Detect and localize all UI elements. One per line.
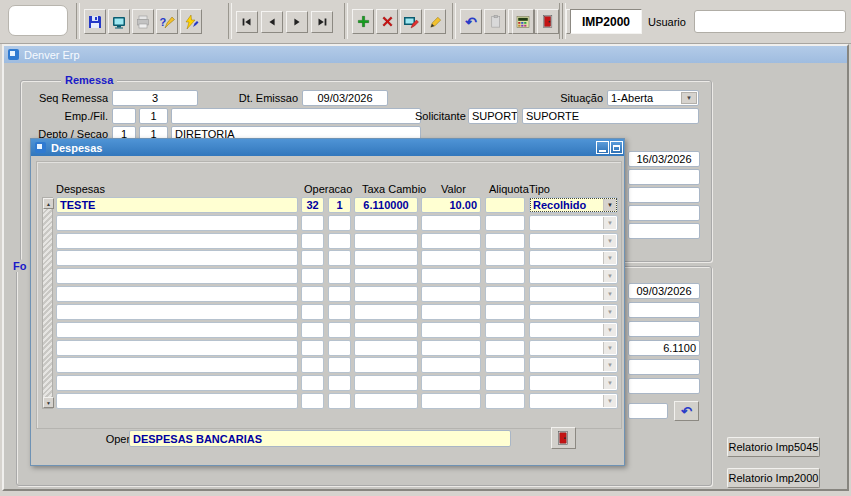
tipo-dropdown[interactable]: Recolhido ▼ (529, 197, 618, 213)
aliquota-cell[interactable] (485, 340, 525, 356)
taxa-cambio-cell[interactable] (354, 286, 418, 302)
despesas-cell[interactable]: TESTE (56, 197, 298, 213)
side-field[interactable]: 16/03/2026 (628, 151, 700, 167)
seq-remessa-field[interactable]: 3 (112, 90, 198, 106)
despesas-cell[interactable] (56, 322, 298, 338)
solicitante-code-field[interactable]: SUPORTE (468, 108, 518, 124)
operacao-code-cell[interactable] (301, 357, 324, 373)
side-field[interactable] (628, 169, 700, 185)
valor-cell[interactable] (421, 233, 481, 249)
side-field[interactable] (628, 205, 700, 221)
tipo-dropdown[interactable]: ▼ (529, 215, 618, 231)
aliquota-cell[interactable] (485, 357, 525, 373)
tipo-dropdown[interactable]: ▼ (529, 286, 618, 302)
tipo-dropdown[interactable]: ▼ (529, 340, 618, 356)
chevron-down-icon[interactable]: ▼ (603, 288, 616, 300)
operacao-sub-cell[interactable] (328, 375, 351, 391)
taxa-cambio-cell[interactable] (354, 215, 418, 231)
dialog-exit-button[interactable] (551, 427, 576, 449)
taxa-cambio-cell[interactable] (354, 268, 418, 284)
aliquota-cell[interactable] (485, 304, 525, 320)
grid-scrollbar[interactable]: ▲ ▼ (42, 197, 53, 409)
solicitante-name-field[interactable]: SUPORTE (522, 108, 699, 124)
taxa-cambio-cell[interactable] (354, 393, 418, 409)
aliquota-cell[interactable] (485, 286, 525, 302)
edit-help-button[interactable]: ? (156, 9, 178, 34)
tipo-dropdown[interactable]: ▼ (529, 233, 618, 249)
aliquota-cell[interactable] (485, 268, 525, 284)
edit-lightning-button[interactable] (180, 9, 202, 34)
taxa-cambio-cell[interactable] (354, 250, 418, 266)
taxa-cambio-cell[interactable] (354, 304, 418, 320)
window-titlebar[interactable]: Denver Erp (4, 46, 847, 63)
valor-cell[interactable] (421, 215, 481, 231)
operacao-code-cell[interactable] (301, 340, 324, 356)
valor-cell[interactable]: 10.00 (421, 197, 481, 213)
delete-record-button[interactable] (376, 9, 398, 34)
aliquota-cell[interactable] (485, 233, 525, 249)
undo-value-button[interactable]: ↶ (674, 401, 699, 421)
taxa-cambio-cell[interactable] (354, 357, 418, 373)
scroll-down-button[interactable]: ▼ (43, 397, 54, 408)
tipo-dropdown[interactable]: ▼ (529, 357, 618, 373)
nav-first-button[interactable] (236, 11, 258, 33)
operacao-sub-cell[interactable] (328, 215, 351, 231)
tipo-dropdown[interactable]: ▼ (529, 250, 618, 266)
despesas-cell[interactable] (56, 340, 298, 356)
operacao-sub-cell[interactable] (328, 250, 351, 266)
operacao-code-cell[interactable]: 32 (301, 197, 324, 213)
operacao-code-cell[interactable] (301, 322, 324, 338)
emp-field[interactable] (112, 108, 136, 124)
valor-cell[interactable] (421, 304, 481, 320)
nav-last-button[interactable] (311, 11, 333, 33)
chevron-down-icon[interactable]: ▼ (603, 324, 616, 336)
paste-button[interactable] (484, 9, 506, 34)
valor-cell[interactable] (421, 393, 481, 409)
valor-cell[interactable] (421, 268, 481, 284)
save-button[interactable] (84, 9, 106, 34)
aliquota-cell[interactable] (485, 393, 525, 409)
operacao-code-cell[interactable] (301, 375, 324, 391)
despesas-cell[interactable] (56, 357, 298, 373)
valor-cell[interactable] (421, 322, 481, 338)
valor-cell[interactable] (421, 357, 481, 373)
add-record-button[interactable] (352, 9, 374, 34)
scroll-up-button[interactable]: ▲ (43, 198, 54, 209)
despesas-cell[interactable] (56, 393, 298, 409)
taxa-cambio-cell[interactable] (354, 233, 418, 249)
tipo-dropdown[interactable]: ▼ (529, 375, 618, 391)
aliquota-cell[interactable] (485, 250, 525, 266)
minimize-button[interactable] (596, 141, 609, 154)
chevron-down-icon[interactable]: ▼ (603, 199, 616, 211)
valor-cell[interactable] (421, 286, 481, 302)
situacao-dropdown[interactable]: 1-Aberta ▼ (607, 90, 699, 106)
despesas-cell[interactable] (56, 286, 298, 302)
tipo-dropdown[interactable]: ▼ (529, 304, 618, 320)
operacao-code-cell[interactable] (301, 304, 324, 320)
undo-button[interactable]: ↶ (460, 9, 482, 34)
system-button[interactable] (512, 9, 534, 34)
exit-button[interactable] (537, 9, 559, 34)
taxa-cambio-cell[interactable]: 6.110000 (354, 197, 418, 213)
chevron-down-icon[interactable]: ▼ (603, 342, 616, 354)
chevron-down-icon[interactable]: ▼ (681, 92, 697, 104)
taxa-cambio-cell[interactable] (354, 375, 418, 391)
despesas-cell[interactable] (56, 375, 298, 391)
dt-emissao-field[interactable]: 09/03/2026 (302, 90, 388, 106)
lower-short-field[interactable] (628, 403, 668, 419)
chevron-down-icon[interactable]: ▼ (603, 359, 616, 371)
aliquota-cell[interactable] (485, 322, 525, 338)
side-field[interactable] (628, 302, 700, 318)
operacao-sub-cell[interactable]: 1 (328, 197, 351, 213)
despesas-cell[interactable] (56, 304, 298, 320)
relatorio-imp5045-button[interactable]: Relatorio Imp5045 (727, 437, 820, 457)
chevron-down-icon[interactable]: ▼ (603, 395, 616, 407)
chevron-down-icon[interactable]: ▼ (603, 306, 616, 318)
operacao-sub-cell[interactable] (328, 322, 351, 338)
taxa-cambio-cell[interactable] (354, 340, 418, 356)
side-field[interactable] (628, 378, 700, 394)
operacao-sub-cell[interactable] (328, 286, 351, 302)
operacao-code-cell[interactable] (301, 286, 324, 302)
operacao-code-cell[interactable] (301, 215, 324, 231)
maximize-button[interactable] (610, 141, 623, 154)
